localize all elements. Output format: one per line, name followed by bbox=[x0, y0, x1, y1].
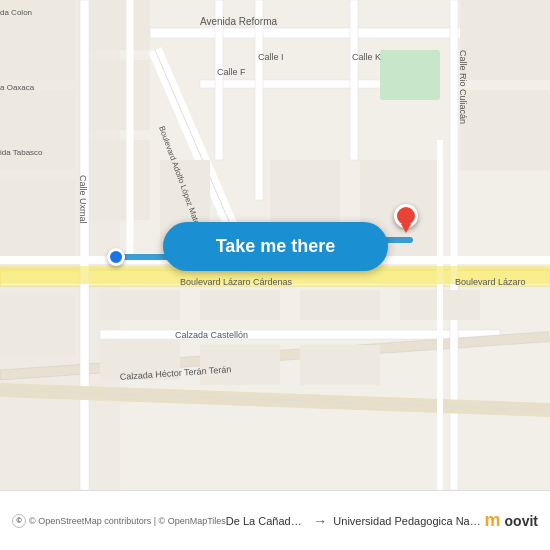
svg-rect-3 bbox=[200, 80, 400, 88]
destination-pin bbox=[394, 204, 418, 228]
svg-rect-8 bbox=[255, 0, 263, 200]
svg-rect-17 bbox=[0, 180, 75, 260]
moovit-brand-text: oovit bbox=[505, 513, 538, 529]
svg-rect-10 bbox=[350, 0, 358, 160]
svg-rect-34 bbox=[300, 345, 380, 385]
svg-text:Calle Rio Culiacán: Calle Rio Culiacán bbox=[458, 50, 468, 124]
attribution: © © OpenStreetMap contributors | © OpenM… bbox=[12, 514, 226, 528]
svg-rect-22 bbox=[460, 0, 550, 80]
svg-text:Avenida Reforma: Avenida Reforma bbox=[200, 16, 278, 27]
svg-rect-29 bbox=[300, 290, 380, 320]
svg-text:Calle K: Calle K bbox=[352, 52, 381, 62]
svg-rect-16 bbox=[0, 90, 75, 170]
map-container: Avenida Reforma Calle I Calle F Calle K … bbox=[0, 0, 550, 490]
svg-text:Calle F: Calle F bbox=[217, 67, 246, 77]
svg-rect-18 bbox=[90, 0, 150, 50]
origin-marker bbox=[107, 248, 125, 266]
svg-text:Calle I: Calle I bbox=[258, 52, 284, 62]
osm-logo: © bbox=[12, 514, 26, 528]
svg-rect-20 bbox=[90, 140, 150, 220]
svg-text:Boulevard Lázaro Cárdenas: Boulevard Lázaro Cárdenas bbox=[180, 277, 293, 287]
svg-rect-27 bbox=[100, 290, 180, 320]
route-from-label: De La Cañada / ... bbox=[226, 515, 307, 527]
take-me-there-button[interactable]: Take me there bbox=[163, 222, 388, 271]
moovit-logo: m oovit bbox=[485, 510, 538, 531]
route-arrow: → bbox=[313, 513, 327, 529]
svg-rect-21 bbox=[380, 50, 440, 100]
svg-text:da Colon: da Colon bbox=[0, 8, 32, 17]
route-info: De La Cañada / ... → Universidad Pedagog… bbox=[226, 513, 485, 529]
svg-text:ida Tabasco: ida Tabasco bbox=[0, 148, 43, 157]
attribution-text: © OpenStreetMap contributors | © OpenMap… bbox=[29, 516, 226, 526]
svg-rect-31 bbox=[0, 295, 75, 355]
svg-text:a Oaxaca: a Oaxaca bbox=[0, 83, 35, 92]
svg-rect-11 bbox=[450, 0, 458, 490]
svg-text:Calzada Castellón: Calzada Castellón bbox=[175, 330, 248, 340]
svg-rect-19 bbox=[90, 60, 150, 130]
svg-rect-7 bbox=[80, 0, 89, 490]
svg-text:Boulevard Lázaro: Boulevard Lázaro bbox=[455, 277, 526, 287]
bottom-bar: © © OpenStreetMap contributors | © OpenM… bbox=[0, 490, 550, 550]
svg-rect-28 bbox=[200, 290, 280, 320]
route-to-label: Universidad Pedagogica Nacion... bbox=[333, 515, 484, 527]
svg-text:Calle Uxmal: Calle Uxmal bbox=[78, 175, 88, 224]
svg-rect-23 bbox=[460, 90, 550, 170]
moovit-m-icon: m bbox=[485, 510, 501, 531]
